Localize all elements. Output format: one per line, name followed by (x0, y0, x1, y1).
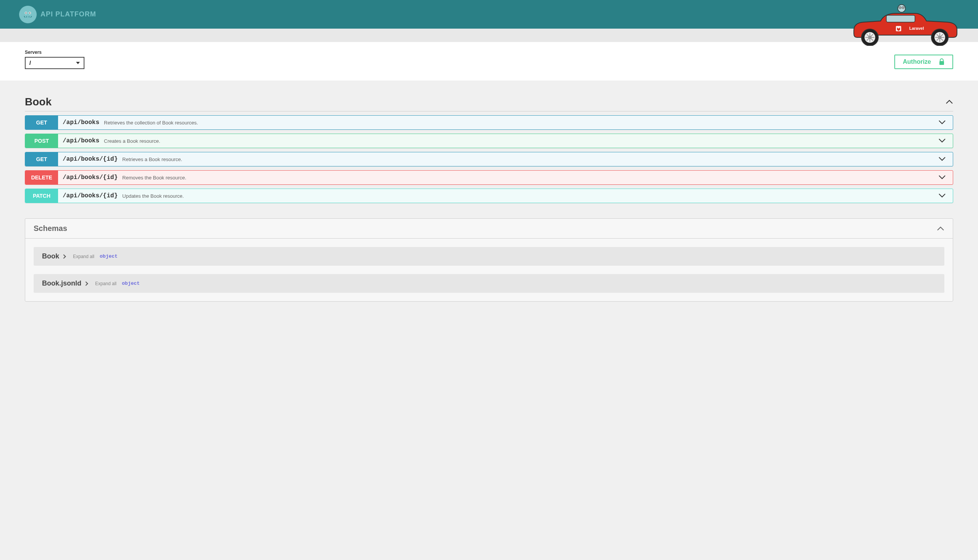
svg-rect-26 (940, 61, 944, 65)
operation-description: Retrieves a Book resource. (122, 157, 182, 162)
method-badge: PATCH (25, 189, 58, 203)
schema-name: Book.jsonld (42, 280, 81, 287)
method-badge: GET (25, 116, 58, 129)
chevron-down-icon (938, 120, 946, 125)
servers-section: Servers / (25, 50, 84, 69)
operation-description: Retrieves the collection of Book resourc… (104, 120, 198, 126)
header-shadow (0, 28, 978, 42)
schema-expand-label[interactable]: Expand all (73, 254, 94, 259)
schemas-body: Book Expand all object Book.jsonld Expan… (25, 238, 953, 301)
operation-row[interactable]: POST /api/books Creates a Book resource. (25, 133, 953, 148)
operation-path: /api/books/{id} (58, 192, 122, 199)
chevron-right-icon (84, 281, 88, 285)
operation-path: /api/books (58, 119, 104, 126)
method-badge: GET (25, 152, 58, 166)
svg-rect-4 (886, 15, 915, 22)
svg-point-3 (29, 12, 30, 13)
schemas-title: Schemas (33, 224, 67, 233)
chevron-up-icon (946, 100, 953, 104)
logo-text: API PLATFORM (40, 10, 96, 18)
chevron-down-icon (938, 193, 946, 198)
operation-description: Removes the Book resource. (122, 175, 186, 180)
operation-row[interactable]: GET /api/books Retrieves the collection … (25, 115, 953, 130)
svg-point-23 (903, 7, 904, 8)
svg-point-22 (900, 7, 901, 8)
method-badge: DELETE (25, 171, 58, 184)
operation-row[interactable]: GET /api/books/{id} Retrieves a Book res… (25, 152, 953, 167)
servers-label: Servers (25, 50, 84, 55)
operation-description: Updates the Book resource. (122, 193, 184, 199)
operation-path: /api/books (58, 137, 104, 144)
operation-row[interactable]: DELETE /api/books/{id} Removes the Book … (25, 170, 953, 185)
operation-path: /api/books/{id} (58, 174, 122, 181)
expand-chevron (931, 192, 953, 199)
schema-row[interactable]: Book.jsonld Expand all object (33, 274, 945, 293)
schemas-container: Schemas Book Expand all object Book.json… (25, 218, 953, 302)
chevron-right-icon (62, 254, 66, 258)
lock-icon (939, 58, 945, 65)
chevron-down-icon (938, 175, 946, 179)
schemas-header[interactable]: Schemas (25, 219, 953, 238)
car-illustration: Laravel (846, 4, 959, 46)
servers-select[interactable]: / (25, 57, 84, 69)
schema-type: object (100, 253, 118, 259)
authorize-label: Authorize (903, 58, 931, 65)
logo-icon (19, 6, 37, 23)
authorize-button[interactable]: Authorize (894, 55, 953, 69)
expand-chevron (931, 137, 953, 144)
content: Book GET /api/books Retrieves the collec… (0, 80, 978, 317)
app-header: API PLATFORM Laravel (0, 0, 978, 28)
schema-type: object (122, 280, 140, 286)
svg-point-2 (26, 12, 27, 13)
svg-text:Laravel: Laravel (909, 26, 924, 30)
schema-expand-label[interactable]: Expand all (95, 281, 117, 286)
chevron-down-icon (938, 157, 946, 161)
operations-list: GET /api/books Retrieves the collection … (25, 115, 953, 203)
resource-title: Book (25, 96, 52, 108)
method-badge: POST (25, 134, 58, 148)
resource-section-header[interactable]: Book (25, 96, 953, 112)
chevron-up-icon (937, 227, 945, 231)
expand-chevron (931, 156, 953, 163)
operation-description: Creates a Book resource. (104, 138, 160, 144)
schema-row[interactable]: Book Expand all object (33, 247, 945, 266)
operation-path: /api/books/{id} (58, 156, 122, 163)
chevron-down-icon (938, 138, 946, 143)
toolbar: Servers / Authorize (0, 42, 978, 80)
expand-chevron (931, 119, 953, 126)
schema-name: Book (42, 252, 59, 260)
logo[interactable]: API PLATFORM (19, 6, 96, 23)
operation-row[interactable]: PATCH /api/books/{id} Updates the Book r… (25, 188, 953, 203)
expand-chevron (931, 174, 953, 181)
svg-point-19 (898, 5, 905, 12)
